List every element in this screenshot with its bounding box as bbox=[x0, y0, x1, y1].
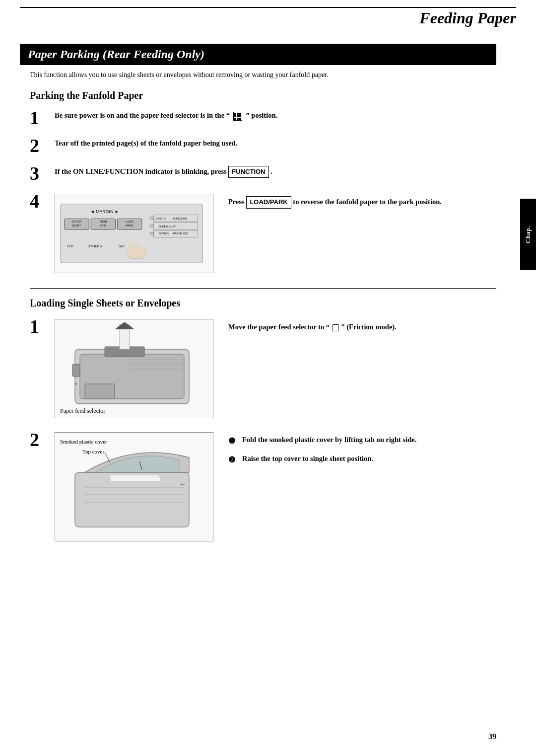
chapter-sidebar: Chap. 3 Using the Printer bbox=[520, 199, 536, 270]
loadpark-button: LOAD/PARK bbox=[246, 196, 291, 209]
step-4-number: 4 bbox=[30, 192, 55, 211]
bullet-1-text: Fold the smoked plastic cover by lifting… bbox=[242, 435, 416, 446]
loading-step-1-text: Move the paper feed selector to “ ” (Fri… bbox=[228, 319, 496, 333]
bullet-2: ❷ Raise the top cover to single sheet po… bbox=[228, 454, 496, 466]
step-2: 2 Tear off the printed page(s) of the fa… bbox=[30, 138, 496, 155]
loading-step-2-number: 2 bbox=[30, 430, 55, 449]
page-number: 39 bbox=[488, 732, 496, 741]
svg-text:FUNCTION: FUNCTION bbox=[173, 217, 187, 220]
svg-text:QUIET: QUIET bbox=[72, 224, 81, 227]
top-line bbox=[20, 7, 516, 8]
step-1-content: Be sure power is on and the paper feed s… bbox=[55, 110, 496, 121]
control-panel-image: ◄ MARGIN ► SUPER QUIET TEAR OFF LOAD PAR… bbox=[55, 194, 213, 273]
svg-text:ON LINE: ON LINE bbox=[155, 217, 166, 220]
bullet-1-number: ❶ bbox=[228, 435, 242, 448]
svg-text:SUPER QUIET: SUPER QUIET bbox=[158, 225, 177, 228]
printer-image-2: ← Smoked plastic cover Top cover bbox=[55, 432, 213, 541]
svg-text:OFF: OFF bbox=[100, 224, 106, 227]
main-content: This function allows you to use single s… bbox=[30, 70, 496, 555]
chap-number: 3 bbox=[511, 232, 522, 236]
bullet-2-text: Raise the top cover to single sheet posi… bbox=[242, 454, 373, 464]
image-1-caption: Paper feed selector bbox=[60, 407, 105, 415]
divider bbox=[30, 288, 496, 289]
loading-title: Loading Single Sheets or Envelopes bbox=[30, 298, 496, 309]
svg-text:TEAR: TEAR bbox=[99, 220, 107, 223]
step-4: 4 ◄ MARGIN ► SUPER QUIET TEAR OFF LOAD P… bbox=[30, 194, 496, 273]
step-3: 3 If the ON LINE/FUNCTION indicator is b… bbox=[30, 166, 496, 183]
step-1: 1 Be sure power is on and the paper feed… bbox=[30, 110, 496, 127]
svg-text:←: ← bbox=[179, 480, 186, 488]
smoked-cover-label: Smoked plastic cover bbox=[60, 439, 107, 445]
loading-step-2-text: ❶ Fold the smoked plastic cover by lifti… bbox=[228, 432, 496, 472]
printer-image-1: ⬆ Paper feed selector bbox=[55, 319, 213, 418]
svg-rect-35 bbox=[72, 364, 80, 377]
step-3-content: If the ON LINE/FUNCTION indicator is bli… bbox=[55, 166, 496, 178]
grid-icon bbox=[233, 112, 242, 121]
svg-text:PAPER OUT: PAPER OUT bbox=[173, 232, 189, 235]
loading-section: Loading Single Sheets or Envelopes 1 bbox=[30, 298, 496, 541]
svg-text:PARK: PARK bbox=[126, 224, 134, 227]
svg-text:◄ MARGIN ►: ◄ MARGIN ► bbox=[90, 209, 119, 214]
loading-step-2: 2 ← bbox=[30, 432, 496, 541]
svg-rect-14 bbox=[151, 217, 154, 219]
svg-text:TOF: TOF bbox=[67, 244, 74, 248]
svg-text:SUPER: SUPER bbox=[71, 220, 81, 223]
top-cover-label: Top cover bbox=[82, 449, 104, 454]
section-header: Paper Parking (Rear Feeding Only) bbox=[20, 44, 496, 65]
chap-label: Chap. bbox=[525, 226, 532, 243]
svg-text:⬆: ⬆ bbox=[75, 382, 77, 385]
svg-rect-44 bbox=[111, 477, 160, 481]
svg-marker-33 bbox=[115, 322, 134, 329]
bullet-1: ❶ Fold the smoked plastic cover by lifti… bbox=[228, 435, 496, 448]
loading-step-1: 1 ⬆ bbox=[30, 319, 496, 418]
loading-step-1-number: 1 bbox=[30, 317, 55, 336]
step-2-number: 2 bbox=[30, 136, 55, 155]
parking-title: Parking the Fanfold Paper bbox=[30, 90, 496, 101]
svg-point-25 bbox=[127, 247, 146, 259]
bullet-2-number: ❷ bbox=[228, 454, 242, 466]
svg-rect-21 bbox=[151, 232, 154, 235]
friction-icon bbox=[333, 324, 338, 331]
svg-text:SET: SET bbox=[119, 244, 126, 248]
step-2-content: Tear off the printed page(s) of the fanf… bbox=[55, 138, 496, 149]
intro-paragraph: This function allows you to use single s… bbox=[30, 70, 496, 80]
using-label: Using the Printer bbox=[501, 210, 508, 263]
svg-text:LOAD: LOAD bbox=[126, 220, 134, 223]
svg-line-28 bbox=[138, 241, 139, 248]
step-4-text: Press LOAD/PARK to reverse the fanfold p… bbox=[228, 194, 442, 209]
step-3-number: 3 bbox=[30, 164, 55, 183]
svg-rect-34 bbox=[85, 384, 115, 399]
svg-rect-17 bbox=[151, 225, 154, 227]
svg-text:POWER: POWER bbox=[158, 232, 169, 235]
section-header-text: Paper Parking (Rear Feeding Only) bbox=[28, 48, 488, 61]
svg-text:OTHERS: OTHERS bbox=[88, 244, 102, 248]
function-button: FUNCTION bbox=[228, 166, 268, 178]
step-1-number: 1 bbox=[30, 108, 55, 127]
page-title: Feeding Paper bbox=[419, 9, 516, 27]
